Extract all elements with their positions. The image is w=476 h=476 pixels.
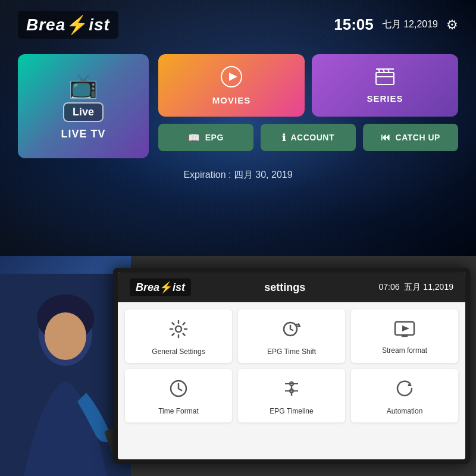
tv-screen-inner: Brea ⚡ ist settings 07:06 五月 11,2019: [118, 273, 465, 459]
series-card[interactable]: SERIES: [312, 54, 458, 117]
time-display: 15:05: [334, 15, 374, 34]
series-label: SERIES: [367, 93, 403, 104]
stream-format-label: Stream format: [382, 346, 427, 355]
clock-icon: [169, 379, 188, 402]
bottom-section: Brea ⚡ ist settings 07:06 五月 11,2019: [0, 256, 476, 476]
logo-bolt-icon: ⚡: [66, 14, 88, 35]
clock-arrow-icon: [282, 320, 301, 343]
account-button[interactable]: ℹ ACCOUNT: [261, 124, 356, 151]
movies-card[interactable]: MOVIES: [158, 54, 305, 117]
epg-timeline-card[interactable]: EPG Timeline: [238, 369, 345, 422]
top-section: Brea ⚡ ist 15:05 七月 12,2019 ⚙ 📺 Live LIV…: [0, 0, 476, 256]
settings-icon[interactable]: ⚙: [446, 17, 458, 33]
automation-card[interactable]: Automation: [351, 369, 458, 422]
play-circle-icon: [221, 66, 242, 92]
account-icon: ℹ: [282, 132, 286, 143]
logo-prefix: Brea: [26, 15, 65, 35]
catchup-icon: ⏮: [381, 132, 391, 143]
general-settings-card[interactable]: General Settings: [125, 309, 232, 363]
movies-label: MOVIES: [212, 95, 250, 105]
live-tv-label: LIVE TV: [61, 128, 105, 140]
automation-label: Automation: [387, 407, 423, 415]
top-header: Brea ⚡ ist 15:05 七月 12,2019 ⚙: [0, 0, 476, 45]
right-cards: MOVIES SERIES: [158, 54, 458, 158]
epg-timeline-label: EPG Timeline: [270, 407, 313, 415]
settings-logo: Brea ⚡ ist: [130, 278, 191, 296]
play-screen-icon: [394, 321, 415, 342]
svg-marker-1: [229, 73, 237, 81]
header-right: 15:05 七月 12,2019 ⚙: [334, 15, 458, 34]
epg-label: EPG: [205, 133, 224, 142]
svg-marker-16: [402, 325, 409, 331]
gear-settings-icon: [169, 320, 188, 343]
catchup-button[interactable]: ⏮ CATCH UP: [363, 124, 458, 151]
settings-grid: General Settings EPG Time Shift: [118, 302, 465, 430]
tv-icon: 📺: [68, 72, 98, 100]
settings-title: settings: [264, 281, 305, 294]
timeline-icon: [281, 379, 302, 402]
right-top-cards: MOVIES SERIES: [158, 54, 458, 117]
logo-suffix: ist: [89, 15, 110, 35]
settings-header: Brea ⚡ ist settings 07:06 五月 11,2019: [118, 273, 465, 302]
clapperboard-icon: [375, 68, 395, 90]
live-badge: Live: [63, 102, 104, 122]
refresh-icon: [395, 379, 414, 402]
stream-format-card[interactable]: Stream format: [351, 309, 458, 363]
settings-logo-suffix: ist: [173, 281, 185, 294]
time-format-label: Time Format: [158, 407, 199, 415]
general-settings-label: General Settings: [152, 347, 205, 356]
person-background: [0, 256, 131, 476]
tv-screen: Brea ⚡ ist settings 07:06 五月 11,2019: [113, 268, 470, 464]
svg-point-11: [45, 312, 86, 360]
time-format-card[interactable]: Time Format: [125, 369, 232, 422]
logo: Brea ⚡ ist: [18, 11, 118, 39]
person-silhouette: [0, 274, 131, 476]
epg-icon: 📖: [188, 132, 201, 143]
epg-time-shift-label: EPG Time Shift: [267, 347, 316, 356]
small-buttons: 📖 EPG ℹ ACCOUNT ⏮ CATCH UP: [158, 124, 458, 151]
settings-logo-prefix: Brea: [136, 281, 159, 294]
live-tv-card[interactable]: 📺 Live LIVE TV: [18, 54, 149, 158]
expiration-text: Expiration : 四月 30, 2019: [0, 158, 476, 181]
svg-rect-3: [376, 73, 394, 77]
catchup-label: CATCH UP: [396, 133, 440, 142]
main-cards: 📺 Live LIVE TV MOVIES: [0, 45, 476, 158]
settings-logo-bolt-icon: ⚡: [159, 281, 173, 294]
svg-rect-2: [376, 73, 394, 84]
epg-button[interactable]: 📖 EPG: [158, 124, 253, 151]
svg-point-13: [176, 326, 181, 332]
settings-date: 五月 11,2019: [404, 282, 453, 293]
settings-datetime: 07:06 五月 11,2019: [378, 282, 453, 293]
epg-time-shift-card[interactable]: EPG Time Shift: [238, 309, 345, 363]
date-display: 七月 12,2019: [382, 18, 438, 31]
account-label: ACCOUNT: [291, 133, 335, 142]
settings-time: 07:06: [378, 282, 399, 293]
